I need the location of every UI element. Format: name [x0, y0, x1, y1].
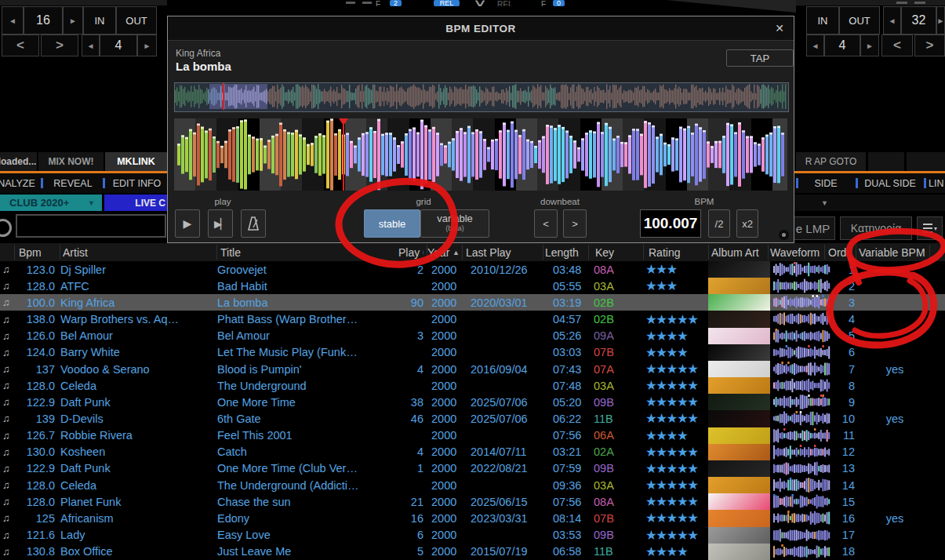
live-button[interactable]: LIVE C	[104, 195, 167, 211]
move-right-button-right[interactable]: >	[914, 35, 945, 56]
tracklist-header[interactable]: BpmArtistTitlePlay CYear▲Last PlayLength…	[0, 243, 945, 261]
beats-decrease-button[interactable]: ◄	[82, 35, 100, 56]
cell-key: 06A	[594, 427, 625, 444]
column-header-ord[interactable]: Ord	[828, 243, 847, 261]
table-row[interactable]: ♫122.9Daft PunkOne More Time3820002025/0…	[0, 394, 945, 410]
cell-key: 09B	[594, 527, 625, 544]
column-header-rating[interactable]: Rating	[649, 243, 705, 261]
loop-in-button-right[interactable]: IN	[806, 6, 839, 35]
resize-knob[interactable]	[779, 230, 789, 240]
grid-stable-button[interactable]: stable	[364, 209, 420, 238]
table-row[interactable]: ♫122.9Daft PunkOne More Time (Club Ver…1…	[0, 460, 945, 477]
table-row[interactable]: ♫128.0CeledaThe Underground200007:4803A★…	[0, 377, 945, 394]
overview-waveform[interactable]	[174, 82, 789, 112]
metronome-button[interactable]	[241, 209, 266, 238]
loop-in-button[interactable]: IN	[83, 6, 116, 35]
table-row[interactable]: ♫121.6LadyEasy Love6200003:5309B★★★★★17	[0, 527, 945, 544]
analyze-button[interactable]: NALYZE	[0, 174, 38, 193]
play-button[interactable]: ▶	[175, 209, 200, 238]
table-row[interactable]: ♫126.0Bel AmourBel Amour3200005:2609A★★★…	[0, 328, 945, 344]
beats-increase-button-right[interactable]: ►	[860, 35, 879, 56]
loop-decrease-button-right[interactable]: ◄	[883, 6, 901, 35]
cell-year: 2000	[431, 377, 463, 394]
beats-decrease-button-right[interactable]: ◄	[806, 35, 824, 56]
cell-last-play	[471, 278, 541, 294]
tab-mklink[interactable]: MKLINK	[105, 152, 167, 171]
bpm-double-button[interactable]: x2	[736, 209, 758, 238]
table-row[interactable]: ♫125AfricanismEdony1620002023/03/3108:14…	[0, 510, 945, 526]
bpm-half-button[interactable]: /2	[708, 209, 730, 238]
table-row[interactable]: ♫100.0King AfricaLa bomba9020002020/03/0…	[0, 294, 945, 311]
column-header-artist[interactable]: Artist	[63, 243, 180, 261]
move-right-button[interactable]: >	[41, 35, 78, 56]
column-header-last-play[interactable]: Last Play	[466, 243, 536, 261]
table-row[interactable]: ♫128.0Planet FunkChase the sun2120002025…	[0, 493, 945, 510]
reveal-button[interactable]: REVEAL	[45, 174, 100, 193]
side-button[interactable]: SIDE	[800, 174, 852, 193]
table-row[interactable]: ♫130.0KosheenCatch420002014/07/1103:2102…	[0, 444, 945, 460]
bpm-value-display[interactable]: 100.007	[640, 209, 701, 238]
tab-empty[interactable]	[868, 152, 904, 171]
search-icon	[0, 219, 12, 237]
cell-rating: ★★★★★	[645, 510, 708, 526]
tab-empty[interactable]	[907, 152, 945, 171]
tap-button[interactable]: TAP	[726, 49, 794, 67]
column-header-key[interactable]: Key	[595, 243, 627, 261]
cell-artist: Warp Brothers vs. Aq…	[60, 311, 216, 327]
grid-variable-button[interactable]: variable (beta)	[420, 209, 489, 238]
table-row[interactable]: ♫126.7Robbie RiveraFeel This 2001200007:…	[0, 427, 945, 444]
column-divider	[824, 245, 825, 260]
next-beat-button[interactable]: ▶▏	[208, 209, 233, 238]
beats-increase-button[interactable]: ►	[137, 35, 157, 56]
loop-decrease-button[interactable]: ◄	[2, 6, 24, 35]
downbeat-next-button[interactable]: >	[563, 209, 587, 238]
sort-menu-button[interactable]	[917, 216, 943, 240]
cell-last-play: 2025/07/06	[471, 394, 541, 410]
close-icon[interactable]: ✕	[775, 22, 784, 35]
move-left-button-right[interactable]: <	[881, 35, 913, 56]
beatgrid-waveform[interactable]	[174, 118, 787, 191]
right-dropdown[interactable]: ▼	[794, 195, 945, 211]
column-header-play-c[interactable]: Play C	[398, 243, 423, 261]
column-header-title[interactable]: Title	[220, 243, 377, 261]
dual-side-button[interactable]: DUAL SIDE	[860, 174, 921, 193]
cell-order: 17	[816, 527, 855, 544]
loop-increase-button-right[interactable]: ►	[936, 6, 945, 35]
table-row[interactable]: ♫123.0Dj SpillerGroovejet220002010/12/26…	[0, 261, 945, 278]
cell-key: 02B	[594, 311, 625, 327]
table-row[interactable]: ♫128.0CeledaThe Underground (Addicti…200…	[0, 477, 945, 493]
lin-button[interactable]: LIN	[929, 174, 945, 193]
column-divider	[588, 245, 589, 260]
chevron-down-icon[interactable]: ∨	[456, 0, 503, 6]
filter-dropdown[interactable]: CLUB 2020+ ▼	[0, 195, 102, 211]
column-header-waveform[interactable]: Waveform	[770, 243, 827, 261]
tab-loaded[interactable]: loaded...	[0, 152, 37, 171]
cell-year: 2000	[431, 493, 463, 510]
dialog-titlebar[interactable]: BPM EDITOR ✕	[168, 16, 794, 41]
lmp-button[interactable]: e LMP	[791, 216, 835, 240]
edit-info-button[interactable]: EDIT INFO	[107, 174, 167, 193]
rel-button-inactive[interactable]: REL	[497, 0, 513, 6]
tab-mix-now[interactable]: MIX NOW!	[38, 152, 104, 171]
loop-out-button-right[interactable]: OUT	[839, 6, 880, 35]
loop-increase-button[interactable]: ►	[63, 6, 83, 35]
table-row[interactable]: ♫124.0Barry WhiteLet The Music Play (Fun…	[0, 344, 945, 361]
tab-r-ap-goto[interactable]: R AP GOTO	[796, 152, 866, 171]
loop-out-button[interactable]: OUT	[116, 6, 157, 35]
column-header-album-art[interactable]: Album Art	[711, 243, 768, 261]
table-row[interactable]: ♫130.8Box OfficeJust Leave Me520002015/0…	[0, 544, 945, 560]
table-row[interactable]: ♫138.0Warp Brothers vs. Aq…Phatt Bass (W…	[0, 311, 945, 327]
table-row[interactable]: ♫137Voodoo & SeranoBlood is Pumpin'42000…	[0, 361, 945, 377]
album-art-thumbnail	[708, 394, 770, 410]
column-header-bpm[interactable]: Bpm	[19, 243, 58, 261]
move-left-button[interactable]: <	[2, 35, 39, 56]
cell-title: Edony	[217, 510, 394, 526]
column-header-length[interactable]: Length	[545, 243, 586, 261]
column-header-variable-bpm[interactable]: Variable BPM	[859, 243, 931, 261]
column-header-year[interactable]: Year	[427, 243, 454, 261]
table-row[interactable]: ♫139D-Devils6th Gate4620002025/07/0606:2…	[0, 410, 945, 427]
table-row[interactable]: ♫128.0ATFCBad Habit200005:5503A★★★2	[0, 278, 945, 294]
category-button[interactable]: Κατηγορία	[840, 216, 912, 240]
search-input[interactable]	[16, 214, 166, 238]
downbeat-prev-button[interactable]: <	[534, 209, 558, 238]
